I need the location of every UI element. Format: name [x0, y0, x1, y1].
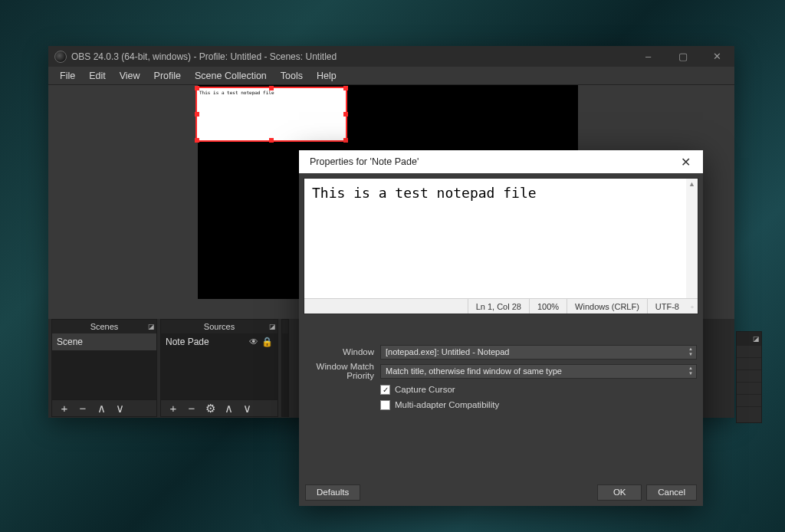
- source-settings-button[interactable]: ⚙: [204, 402, 216, 415]
- resize-handle[interactable]: [195, 86, 199, 90]
- status-pos: Ln 1, Col 28: [468, 299, 529, 314]
- resize-grip-icon: ◦: [687, 302, 698, 311]
- dock-sources: Sources ◪ Note Pade 👁 🔒 + − ⚙ ∧ ∨: [160, 319, 278, 417]
- menu-view[interactable]: View: [113, 67, 147, 84]
- window-dropdown[interactable]: [notepad.exe]: Untitled - Notepad ▲▼: [380, 345, 697, 360]
- dock-sources-header[interactable]: Sources ◪: [161, 320, 278, 333]
- dock-audio-mixer-clipped: [281, 319, 289, 417]
- properties-form: Window [notepad.exe]: Untitled - Notepad…: [299, 343, 703, 412]
- selected-source-bounds[interactable]: This is a test notepad file: [195, 87, 347, 142]
- status-enc: UTF-8: [647, 299, 687, 314]
- window-label: Window: [305, 347, 380, 356]
- status-zoom: 100%: [529, 299, 567, 314]
- dialog-button-row: Defaults OK Cancel: [299, 483, 703, 506]
- resize-handle[interactable]: [269, 86, 274, 90]
- menu-help[interactable]: Help: [310, 67, 343, 84]
- menu-profile[interactable]: Profile: [147, 67, 188, 84]
- sources-toolbar: + − ⚙ ∧ ∨: [161, 399, 278, 416]
- scenes-toolbar: + − ∧ ∨: [52, 399, 156, 416]
- properties-title: Properties for 'Note Pade': [310, 156, 419, 167]
- priority-value: Match title, otherwise find window of sa…: [386, 366, 562, 376]
- multi-adapter-checkbox[interactable]: [380, 400, 390, 410]
- scene-item[interactable]: Scene: [52, 333, 156, 350]
- priority-dropdown[interactable]: Match title, otherwise find window of sa…: [380, 364, 697, 379]
- add-source-button[interactable]: +: [167, 402, 179, 415]
- maximize-button[interactable]: ▢: [665, 46, 700, 67]
- source-up-button[interactable]: ∧: [222, 402, 235, 415]
- scene-up-button[interactable]: ∧: [95, 402, 107, 415]
- source-item[interactable]: Note Pade 👁 🔒: [161, 333, 278, 350]
- close-button[interactable]: ✕: [700, 46, 734, 67]
- source-label: Note Pade: [166, 337, 209, 347]
- dock-scenes: Scenes ◪ Scene + − ∧ ∨: [51, 319, 157, 417]
- dropdown-spin-icon[interactable]: ▲▼: [688, 346, 693, 357]
- resize-handle[interactable]: [195, 112, 199, 117]
- menu-tools[interactable]: Tools: [274, 67, 310, 84]
- resize-handle[interactable]: [343, 86, 348, 90]
- properties-close-button[interactable]: ✕: [668, 150, 703, 173]
- menu-file[interactable]: File: [53, 67, 82, 84]
- menu-scene-collection[interactable]: Scene Collection: [188, 67, 274, 84]
- ok-button[interactable]: OK: [597, 484, 642, 501]
- source-down-button[interactable]: ∨: [241, 402, 253, 415]
- remove-scene-button[interactable]: −: [77, 402, 89, 415]
- obs-titlebar[interactable]: OBS 24.0.3 (64-bit, windows) - Profile: …: [48, 46, 734, 67]
- dock-popout-icon[interactable]: ◪: [753, 335, 760, 343]
- scene-down-button[interactable]: ∨: [113, 402, 126, 415]
- sources-list[interactable]: Note Pade 👁 🔒: [161, 333, 278, 399]
- minimize-button[interactable]: –: [631, 46, 665, 67]
- add-scene-button[interactable]: +: [58, 402, 71, 415]
- dock-popout-icon[interactable]: ◪: [148, 323, 155, 330]
- multi-adapter-label: Multi-adapter Compatibility: [395, 400, 499, 409]
- visibility-toggle-icon[interactable]: 👁: [249, 337, 258, 347]
- obs-title: OBS 24.0.3 (64-bit, windows) - Profile: …: [71, 51, 337, 62]
- resize-handle[interactable]: [269, 138, 274, 143]
- properties-titlebar[interactable]: Properties for 'Note Pade' ✕: [299, 150, 703, 173]
- resize-handle[interactable]: [343, 138, 348, 143]
- defaults-button[interactable]: Defaults: [305, 484, 360, 501]
- properties-preview-text: This is a test notepad file: [304, 179, 698, 207]
- dock-scenes-header[interactable]: Scenes ◪: [52, 320, 156, 333]
- status-eol: Windows (CRLF): [567, 299, 647, 314]
- notepad-statusbar: Ln 1, Col 28 100% Windows (CRLF) UTF-8 ◦: [304, 298, 698, 314]
- menu-edit[interactable]: Edit: [82, 67, 113, 84]
- scroll-up-icon[interactable]: ▲: [686, 179, 698, 189]
- properties-preview: This is a test notepad file ▲ Ln 1, Col …: [304, 178, 698, 314]
- dock-title: Scenes: [90, 322, 119, 331]
- capture-cursor-checkbox[interactable]: ✓: [380, 385, 390, 395]
- dock-header-clipped: [282, 320, 288, 333]
- dock-controls-clipped: ◪: [736, 331, 762, 423]
- scenes-list[interactable]: Scene: [52, 333, 156, 399]
- obs-menubar: File Edit View Profile Scene Collection …: [48, 67, 734, 85]
- scene-label: Scene: [57, 337, 83, 347]
- remove-source-button[interactable]: −: [186, 402, 198, 415]
- priority-label: Window Match Priority: [305, 362, 380, 380]
- window-value: [notepad.exe]: Untitled - Notepad: [386, 347, 509, 356]
- resize-handle[interactable]: [195, 138, 199, 143]
- preview-vertical-scrollbar[interactable]: ▲: [686, 179, 698, 298]
- lock-toggle-icon[interactable]: 🔒: [261, 337, 273, 347]
- obs-icon: [54, 51, 67, 63]
- capture-cursor-label: Capture Cursor: [395, 385, 455, 394]
- properties-dialog: Properties for 'Note Pade' ✕ This is a t…: [299, 150, 703, 506]
- dock-popout-icon[interactable]: ◪: [269, 323, 276, 330]
- resize-handle[interactable]: [343, 112, 348, 117]
- dock-title: Sources: [204, 322, 235, 331]
- cancel-button[interactable]: Cancel: [646, 484, 697, 501]
- dropdown-spin-icon[interactable]: ▲▼: [688, 366, 693, 376]
